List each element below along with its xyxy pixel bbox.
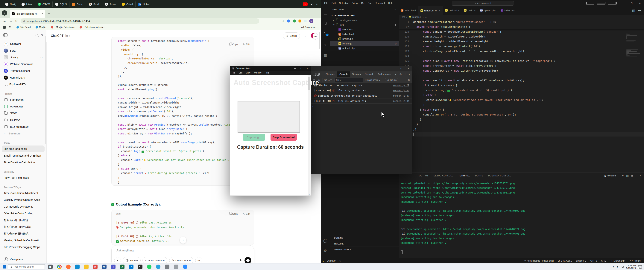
address-bar[interactable]: ◎- chatgpt.com/c/682adbda-f834-800f-af6c… <box>20 18 259 24</box>
tree-item-preload.js[interactable]: JSpreload.js <box>330 37 399 41</box>
maximize-icon[interactable]: □ <box>628 2 636 5</box>
taskbar-app-telegram[interactable] <box>156 264 160 269</box>
project-item[interactable]: SOW <box>2 110 44 117</box>
sidebar-item[interactable]: *ChatGPT <box>2 41 44 47</box>
bookmark-star-icon[interactable]: ☆ <box>282 19 284 23</box>
pinned-tab-chatgpt[interactable]: *Next.j <box>2 2 19 7</box>
tree-item-src[interactable]: ∨src <box>330 23 399 27</box>
tree-item-index.html[interactable]: ‹›index.html <box>330 32 399 37</box>
notifications-icon[interactable]: 1 <box>638 265 642 268</box>
model-selector[interactable]: ChatGPT 4o ∨ <box>51 34 70 38</box>
menu-terminal[interactable]: Terminal <box>374 2 386 5</box>
menu-file[interactable]: File <box>322 2 330 5</box>
search-tool-button[interactable]: Search <box>123 257 140 264</box>
console-prompt[interactable]: › <box>311 104 412 109</box>
pinned-tab-ostad[interactable]: ↓Ostad <box>119 2 136 7</box>
console-filter-input[interactable]: Filter <box>334 78 363 82</box>
edit-code-button[interactable]: ✎Edit <box>243 212 250 215</box>
app-menu-window[interactable]: Window <box>252 72 263 74</box>
menu-selection[interactable]: Selection <box>337 2 351 5</box>
explorer-icon[interactable] <box>321 9 330 16</box>
taskbar-app-firefox[interactable] <box>66 264 70 269</box>
extension-icon[interactable] <box>293 20 296 23</box>
chat-history-item[interactable]: 打ち合わせ日時確認 <box>2 217 44 223</box>
search-chats-icon[interactable] <box>36 34 38 36</box>
maximize-icon[interactable]: □ <box>398 68 405 70</box>
panel-tab-debug-console[interactable]: DEBUG CONSOLE <box>434 175 454 177</box>
settings-gear-icon[interactable]: ⚙ <box>321 247 330 254</box>
avatar[interactable]: S PLUS <box>311 33 316 39</box>
sidebar-scrollbar[interactable] <box>45 36 46 144</box>
back-icon[interactable]: ← <box>3 19 6 23</box>
stop-screenshot-button[interactable]: Stop Screenshot <box>270 134 297 141</box>
volume-icon[interactable]: ◄) <box>310 3 314 6</box>
sidebar-item[interactable]: ⊙Prompt Engineer <box>2 68 44 74</box>
chat-history-item[interactable]: Get Records by Page ID <box>2 203 44 210</box>
panel-tab-terminal[interactable]: TERMINAL <box>458 175 470 177</box>
kill-terminal-icon[interactable]: ⊘ <box>631 174 633 177</box>
new-tab-button[interactable]: + <box>48 12 50 15</box>
bookmark-item[interactable]: Trip Detail <box>16 26 31 29</box>
project-item[interactable]: Flamboyan <box>2 96 44 103</box>
app-menu-help[interactable]: Help <box>263 72 271 74</box>
attach-button[interactable]: + <box>114 257 121 264</box>
sidebar-section-running-tasks[interactable]: ›RUNNING TASKS <box>330 246 399 252</box>
menu-help[interactable]: Help <box>386 2 395 5</box>
search-icon[interactable] <box>321 19 330 27</box>
taskbar-app-word[interactable]: W <box>102 264 106 269</box>
taskbar-app-whatsapp[interactable] <box>147 264 152 269</box>
terminal-dropdown-icon[interactable]: ∨ <box>622 174 624 177</box>
taskbar-app-teams[interactable]: T <box>111 264 116 269</box>
app-menu-edit[interactable]: Edit <box>237 72 244 74</box>
devtools-tab-network[interactable]: Network <box>363 71 376 77</box>
chat-history-item[interactable]: Time Duration Calculation <box>2 159 44 166</box>
extension-icon[interactable] <box>287 20 290 23</box>
console-settings-icon[interactable]: ⚙ <box>408 79 410 82</box>
scroll-to-bottom-button[interactable]: ↓ <box>180 237 187 244</box>
accounts-icon[interactable]: ◯ <box>321 237 330 244</box>
chat-history-item[interactable]: 打ち合わせ日時の確認 <box>2 223 44 230</box>
forward-icon[interactable]: → <box>9 19 12 23</box>
terminal-output[interactable]: eenshot uploaded to: https://chat.mcqstu… <box>401 181 525 254</box>
bookmark-item[interactable]: • Salesforce Admini... <box>80 26 105 29</box>
pinned-tab-github[interactable]: ᗢSmall <box>86 2 102 7</box>
share-button[interactable]: ↥ Share <box>283 33 300 39</box>
browser-profile-avatar[interactable]: M <box>309 19 314 23</box>
close-icon[interactable]: × <box>636 2 644 5</box>
chat-options-icon[interactable]: ⋯ <box>40 147 43 150</box>
chat-history-item[interactable]: File Preview Debugging Steps <box>2 244 44 250</box>
sidebar-item[interactable]: CWebsite Generator <box>2 61 44 68</box>
project-item[interactable]: Cellaxys <box>2 117 44 123</box>
panel-tab-output[interactable]: OUTPUT <box>419 175 428 177</box>
reload-icon[interactable]: ⟳ <box>15 19 18 23</box>
close-tab-icon[interactable]: × <box>439 9 440 12</box>
editor-more-icon[interactable]: ⋯ <box>638 9 641 12</box>
edit-code-button[interactable]: ✎Edit <box>243 43 250 46</box>
taskbar-clock[interactable]: 1:48 PM 5/19/2025 <box>626 264 636 269</box>
bookmark-item[interactable]: • Martjin Salesforce <box>51 26 75 29</box>
chat-history-item[interactable]: Flow Test Field Issue <box>2 174 44 181</box>
devtools-tab-performance[interactable]: Performance <box>376 71 393 77</box>
minimize-icon[interactable]: — <box>292 67 298 69</box>
new-terminal-icon[interactable]: + <box>618 174 620 177</box>
extensions-icon[interactable]: ▦ <box>321 52 330 59</box>
status-item[interactable]: { } JavaScript <box>612 259 625 262</box>
pinned-tab-chatgpt[interactable]: *Interv <box>19 2 35 7</box>
status-item[interactable]: UTF-8 <box>590 259 597 262</box>
chat-history-item[interactable]: Email Templates and UI Enhan <box>2 152 44 159</box>
taskbar-app-excel[interactable]: X <box>120 264 124 269</box>
explorer-more-icon[interactable]: ⋯ <box>394 9 396 11</box>
devtools-menu-icon[interactable]: ⋮ <box>404 73 406 76</box>
minimize-icon[interactable]: — <box>619 2 628 5</box>
console-source-link[interactable]: render.js:22 <box>393 84 409 87</box>
pinned-tab-github[interactable]: ᗢAsses <box>102 2 119 7</box>
bookmark-item[interactable]: Martjin <box>36 26 46 29</box>
devtools-tab-sources[interactable]: Sources <box>350 71 363 77</box>
network-icon[interactable] <box>621 266 624 268</box>
minimize-icon[interactable]: — <box>390 68 398 70</box>
taskbar-app-camera[interactable] <box>165 264 170 269</box>
sidebar-item[interactable]: ∞Humanize AI <box>2 74 44 81</box>
devtools-close-icon[interactable]: × <box>408 73 410 76</box>
copy-code-button[interactable]: Copy <box>229 43 238 46</box>
devtools-tab-elements[interactable]: Elements <box>324 71 337 77</box>
